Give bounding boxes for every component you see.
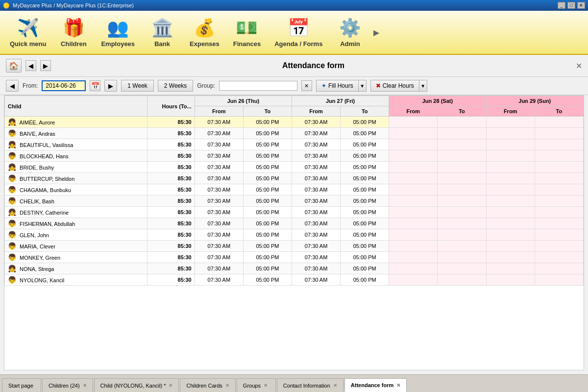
sat-to-cell[interactable] <box>438 218 486 229</box>
forward-button[interactable]: ▶ <box>40 60 51 71</box>
tab-close-button[interactable]: ✕ <box>169 383 172 388</box>
fri-to-cell[interactable]: 05:00 PM <box>341 128 389 139</box>
sun-from-cell[interactable] <box>486 139 535 150</box>
table-row[interactable]: 👦 FISHERMAN, Abdullah 85:30 07:30 AM 05:… <box>5 218 584 229</box>
thu-from-cell[interactable]: 07:30 AM <box>195 139 243 150</box>
menu-item-finances[interactable]: 💵 Finances <box>227 15 267 50</box>
fri-to-cell[interactable]: 05:00 PM <box>341 207 389 218</box>
fri-to-cell[interactable]: 05:00 PM <box>341 117 389 128</box>
sun-from-cell[interactable] <box>486 184 535 196</box>
sat-from-cell[interactable] <box>389 241 438 252</box>
sat-to-cell[interactable] <box>438 150 486 162</box>
sun-to-cell[interactable] <box>535 196 583 207</box>
table-row[interactable]: 👦 CHELIK, Bash 85:30 07:30 AM 05:00 PM 0… <box>5 196 584 207</box>
sun-from-cell[interactable] <box>486 196 535 207</box>
thu-to-cell[interactable]: 05:00 PM <box>243 117 292 128</box>
thu-to-cell[interactable]: 05:00 PM <box>243 241 292 252</box>
thu-from-cell[interactable]: 07:30 AM <box>195 207 243 218</box>
thu-from-cell[interactable]: 07:30 AM <box>195 229 243 241</box>
table-row[interactable]: 👦 BLOCKHEAD, Hans 85:30 07:30 AM 05:00 P… <box>5 150 584 162</box>
thu-to-cell[interactable]: 05:00 PM <box>243 128 292 139</box>
date-forward-button[interactable]: ▶ <box>104 80 117 92</box>
sat-to-cell[interactable] <box>438 241 486 252</box>
fri-from-cell[interactable]: 07:30 AM <box>292 274 341 286</box>
sat-from-cell[interactable] <box>389 229 438 241</box>
tab-children-cards[interactable]: Children Cards✕ <box>180 378 235 392</box>
fri-to-cell[interactable]: 05:00 PM <box>341 184 389 196</box>
sun-from-cell[interactable] <box>486 162 535 173</box>
fri-from-cell[interactable]: 07:30 AM <box>292 139 341 150</box>
sat-from-cell[interactable] <box>389 218 438 229</box>
sat-from-cell[interactable] <box>389 207 438 218</box>
group-input[interactable] <box>219 81 297 91</box>
two-weeks-button[interactable]: 2 Weeks <box>158 80 193 92</box>
thu-to-cell[interactable]: 05:00 PM <box>243 139 292 150</box>
sat-from-cell[interactable] <box>389 150 438 162</box>
table-row[interactable]: 👧 BEAUTIFUL, Vasilissa 85:30 07:30 AM 05… <box>5 139 584 150</box>
sun-to-cell[interactable] <box>535 241 583 252</box>
menu-item-bank[interactable]: 🏛️ Bank <box>143 15 182 50</box>
fri-to-cell[interactable]: 05:00 PM <box>341 196 389 207</box>
fill-hours-dropdown[interactable]: ▼ <box>359 80 367 92</box>
sun-from-cell[interactable] <box>486 263 535 274</box>
fri-from-cell[interactable]: 07:30 AM <box>292 263 341 274</box>
menu-more-arrow[interactable]: ▶ <box>371 26 381 39</box>
thu-from-cell[interactable]: 07:30 AM <box>195 241 243 252</box>
clear-hours-button[interactable]: ✖ Clear Hours <box>370 80 419 92</box>
group-clear-button[interactable]: ✕ <box>301 80 312 91</box>
sun-to-cell[interactable] <box>535 218 583 229</box>
home-button[interactable]: 🏠 <box>6 59 22 73</box>
table-row[interactable]: 👦 GLEN, John 85:30 07:30 AM 05:00 PM 07:… <box>5 229 584 241</box>
fri-from-cell[interactable]: 07:30 AM <box>292 162 341 173</box>
sun-from-cell[interactable] <box>486 218 535 229</box>
window-maximize-button[interactable]: □ <box>567 2 575 9</box>
thu-to-cell[interactable]: 05:00 PM <box>243 184 292 196</box>
table-row[interactable]: 👦 BAIVE, Andras 85:30 07:30 AM 05:00 PM … <box>5 128 584 139</box>
tab-close-button[interactable]: ✕ <box>264 383 268 388</box>
sun-to-cell[interactable] <box>535 207 583 218</box>
fri-to-cell[interactable]: 05:00 PM <box>341 229 389 241</box>
sun-to-cell[interactable] <box>535 128 583 139</box>
sat-from-cell[interactable] <box>389 173 438 184</box>
sat-from-cell[interactable] <box>389 117 438 128</box>
fill-hours-button[interactable]: ✦ Fill Hours <box>316 80 359 92</box>
fri-to-cell[interactable]: 05:00 PM <box>341 150 389 162</box>
tab-close-button[interactable]: ✕ <box>333 383 337 388</box>
thu-to-cell[interactable]: 05:00 PM <box>243 263 292 274</box>
fri-to-cell[interactable]: 05:00 PM <box>341 173 389 184</box>
fri-to-cell[interactable]: 05:00 PM <box>341 139 389 150</box>
fri-to-cell[interactable]: 05:00 PM <box>341 274 389 286</box>
fri-from-cell[interactable]: 07:30 AM <box>292 117 341 128</box>
sat-to-cell[interactable] <box>438 139 486 150</box>
thu-from-cell[interactable]: 07:30 AM <box>195 173 243 184</box>
thu-from-cell[interactable]: 07:30 AM <box>195 150 243 162</box>
tab-children-24[interactable]: Children (24)✕ <box>42 378 93 392</box>
sun-from-cell[interactable] <box>486 150 535 162</box>
fri-from-cell[interactable]: 07:30 AM <box>292 173 341 184</box>
fri-from-cell[interactable]: 07:30 AM <box>292 252 341 263</box>
calendar-button[interactable]: 📅 <box>90 80 100 91</box>
menu-item-agenda[interactable]: 📅 Agenda / Forms <box>269 15 328 50</box>
thu-from-cell[interactable]: 07:30 AM <box>195 218 243 229</box>
sat-to-cell[interactable] <box>438 173 486 184</box>
table-row[interactable]: 👦 MONKEY, Green 85:30 07:30 AM 05:00 PM … <box>5 252 584 263</box>
table-row[interactable]: 👦 MARIA, Clever 85:30 07:30 AM 05:00 PM … <box>5 241 584 252</box>
fri-from-cell[interactable]: 07:30 AM <box>292 229 341 241</box>
tab-close-button[interactable]: ✕ <box>83 383 87 388</box>
menu-item-admin[interactable]: ⚙️ Admin <box>330 15 369 50</box>
sat-to-cell[interactable] <box>438 207 486 218</box>
one-week-button[interactable]: 1 Week <box>121 80 153 92</box>
table-row[interactable]: 👦 NYOLONG, Kancil 85:30 07:30 AM 05:00 P… <box>5 274 584 286</box>
table-row[interactable]: 👦 BUTTERCUP, Sheldon 85:30 07:30 AM 05:0… <box>5 173 584 184</box>
thu-to-cell[interactable]: 05:00 PM <box>243 207 292 218</box>
sat-to-cell[interactable] <box>438 229 486 241</box>
sat-from-cell[interactable] <box>389 128 438 139</box>
tab-groups[interactable]: Groups✕ <box>237 378 276 392</box>
sun-from-cell[interactable] <box>486 229 535 241</box>
table-row[interactable]: 👧 AIMÉE, Aurore 85:30 07:30 AM 05:00 PM … <box>5 117 584 128</box>
sun-to-cell[interactable] <box>535 274 583 286</box>
sat-to-cell[interactable] <box>438 128 486 139</box>
date-input[interactable] <box>42 80 86 91</box>
window-minimize-button[interactable]: _ <box>558 2 565 9</box>
thu-from-cell[interactable]: 07:30 AM <box>195 274 243 286</box>
